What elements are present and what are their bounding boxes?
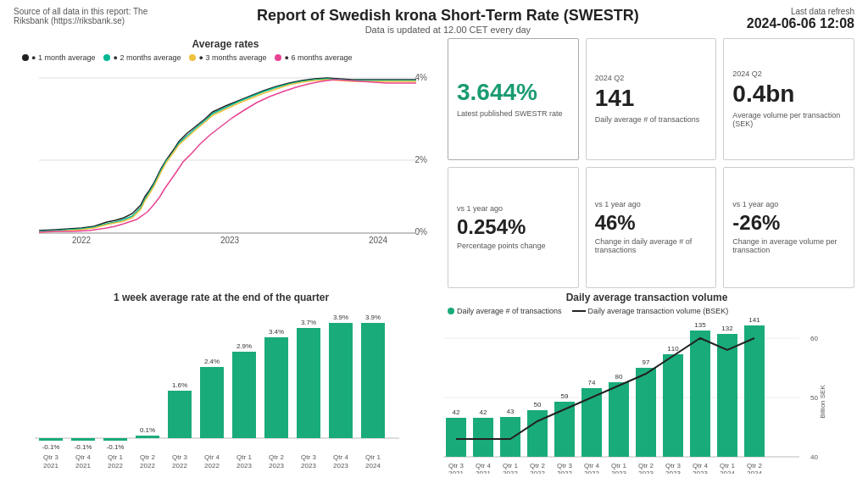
svg-text:Qtr 1: Qtr 1 xyxy=(611,462,626,470)
svg-text:2022: 2022 xyxy=(584,470,599,474)
svg-text:Billion SEK: Billion SEK xyxy=(819,385,826,419)
svg-text:Qtr 2: Qtr 2 xyxy=(747,462,762,470)
svg-text:50: 50 xyxy=(810,394,818,402)
svg-text:59: 59 xyxy=(561,392,569,400)
volume-chart-svg: 60 50 40 Billion SEK 42 Qtr 3 2021 42 Qt… xyxy=(439,317,829,474)
legend-2months-dot xyxy=(103,54,110,61)
transactions-desc: Daily average # of transactions xyxy=(595,115,708,124)
svg-text:Qtr 1: Qtr 1 xyxy=(720,462,735,470)
legend-6months: ● 6 months average xyxy=(275,53,352,62)
legend-6months-dot xyxy=(275,54,281,61)
stat-transactions: 2024 Q2 141 Daily average # of transacti… xyxy=(586,38,717,160)
svg-text:2022: 2022 xyxy=(108,462,123,470)
svg-text:0.1%: 0.1% xyxy=(140,426,155,434)
stat-tx-change: vs 1 year ago 46% Change in daily averag… xyxy=(586,167,717,289)
svg-text:-0.1%: -0.1% xyxy=(75,443,92,451)
svg-text:Qtr 2: Qtr 2 xyxy=(638,462,654,470)
volume-desc: Average volume per transaction (SEK) xyxy=(732,111,845,128)
svg-text:Qtr 4: Qtr 4 xyxy=(204,453,220,461)
svg-text:-0.1%: -0.1% xyxy=(42,443,60,451)
svg-text:2%: 2% xyxy=(415,155,428,164)
svg-text:135: 135 xyxy=(694,321,706,329)
refresh-date: 2024-06-06 12:08 xyxy=(747,16,854,31)
swestr-rate-desc: Latest published SWESTR rate xyxy=(457,109,570,118)
vol-bar-2 xyxy=(500,417,520,457)
bar-qtr3-2023 xyxy=(297,328,320,438)
svg-text:Qtr 4: Qtr 4 xyxy=(693,462,708,470)
svg-text:3.4%: 3.4% xyxy=(269,328,284,336)
svg-text:2023: 2023 xyxy=(665,470,681,474)
volume-chart: Daily average transaction volume Daily a… xyxy=(439,292,854,488)
weekly-chart-title: 1 week average rate at the end of the qu… xyxy=(14,292,429,303)
svg-text:2022: 2022 xyxy=(557,470,572,474)
main-content: Average rates ● 1 month average ● 2 mont… xyxy=(0,38,868,288)
refresh-label: Last data refresh xyxy=(791,7,854,16)
svg-text:Qtr 1: Qtr 1 xyxy=(108,453,123,461)
report-subtitle: Data is updated at 12.00 CET every day xyxy=(257,25,639,35)
page-header: Source of all data in this report: The R… xyxy=(0,0,868,38)
avg-chart-title: Average rates xyxy=(14,38,437,50)
transactions-quarter: 2024 Q2 xyxy=(595,74,708,82)
svg-text:110: 110 xyxy=(667,345,679,353)
legend-vol-label: Daily average transaction volume (BSEK) xyxy=(588,307,729,315)
avg-rates-svg: 4% 2% 0% 2022 2023 2024 Date at which th… xyxy=(14,65,429,247)
vol-change-value: -26% xyxy=(732,212,845,234)
report-title: Report of Swedish krona Short-Term Rate … xyxy=(257,7,639,25)
svg-text:3.9%: 3.9% xyxy=(333,314,348,321)
stat-pct-change: vs 1 year ago 0.254% Percentage points c… xyxy=(448,167,579,289)
volume-value: 0.4bn xyxy=(732,81,845,108)
svg-text:2021: 2021 xyxy=(75,462,91,470)
svg-text:42: 42 xyxy=(453,408,460,416)
svg-text:Qtr 1: Qtr 1 xyxy=(236,453,252,461)
bar-qtr4-2023 xyxy=(329,323,353,438)
volume-quarter: 2024 Q2 xyxy=(732,69,845,78)
stat-swestr-rate: 3.644% Latest published SWESTR rate xyxy=(448,38,579,160)
svg-text:0%: 0% xyxy=(415,227,428,236)
bar-qtr3-2021 xyxy=(39,438,63,441)
volume-chart-title: Daily average transaction volume xyxy=(439,292,854,303)
svg-text:Qtr 4: Qtr 4 xyxy=(75,453,91,461)
svg-text:2024: 2024 xyxy=(747,470,762,474)
legend-vol-line: Daily average transaction volume (BSEK) xyxy=(572,307,729,315)
legend-3months-label: ● 3 months average xyxy=(198,53,266,62)
volume-chart-legend: Daily average # of transactions Daily av… xyxy=(448,307,854,315)
weekly-chart-svg: -0.1% Qtr 3 2021 -0.1% Qtr 4 2021 -0.1% … xyxy=(14,307,403,472)
svg-text:60: 60 xyxy=(810,335,818,342)
source-label: Source of all data in this report: The R… xyxy=(14,7,149,25)
bar-qtr1-2024 xyxy=(361,323,385,438)
svg-text:3.7%: 3.7% xyxy=(301,319,316,326)
svg-text:80: 80 xyxy=(615,373,623,381)
avg-chart-legend: ● 1 month average ● 2 months average ● 3… xyxy=(14,53,437,62)
legend-vol-dash xyxy=(572,310,586,312)
stat-vol-change: vs 1 year ago -26% Change in average vol… xyxy=(723,167,854,289)
legend-3months: ● 3 months average xyxy=(189,53,266,62)
svg-text:97: 97 xyxy=(643,358,650,366)
legend-1month: ● 1 month average xyxy=(22,53,95,62)
svg-text:74: 74 xyxy=(588,379,596,386)
svg-text:50: 50 xyxy=(534,401,542,408)
bar-qtr2-2023 xyxy=(264,337,288,438)
svg-text:3.9%: 3.9% xyxy=(365,314,381,321)
average-rates-chart: Average rates ● 1 month average ● 2 mont… xyxy=(14,38,437,288)
svg-text:2023: 2023 xyxy=(611,470,626,474)
svg-text:Qtr 2: Qtr 2 xyxy=(530,462,545,470)
svg-text:42: 42 xyxy=(480,408,487,416)
svg-text:4%: 4% xyxy=(415,73,428,82)
svg-text:2023: 2023 xyxy=(638,470,654,474)
refresh-block: Last data refresh 2024-06-06 12:08 xyxy=(747,7,854,31)
svg-text:2023: 2023 xyxy=(333,462,348,470)
legend-2months-label: ● 2 months average xyxy=(113,53,181,62)
bar-qtr1-2023 xyxy=(232,352,256,438)
svg-text:2022: 2022 xyxy=(503,470,518,474)
svg-text:2022: 2022 xyxy=(140,462,155,470)
bottom-section: 1 week average rate at the end of the qu… xyxy=(0,288,868,489)
vol-bar-6 xyxy=(609,382,629,457)
svg-text:Qtr 3: Qtr 3 xyxy=(43,453,58,461)
svg-text:2022: 2022 xyxy=(530,470,545,474)
svg-text:Qtr 4: Qtr 4 xyxy=(476,462,491,470)
svg-text:2021: 2021 xyxy=(43,462,58,470)
vol-bar-10 xyxy=(717,334,737,457)
svg-text:1.6%: 1.6% xyxy=(172,381,187,389)
svg-text:2022: 2022 xyxy=(204,462,220,470)
stat-volume: 2024 Q2 0.4bn Average volume per transac… xyxy=(723,38,854,160)
